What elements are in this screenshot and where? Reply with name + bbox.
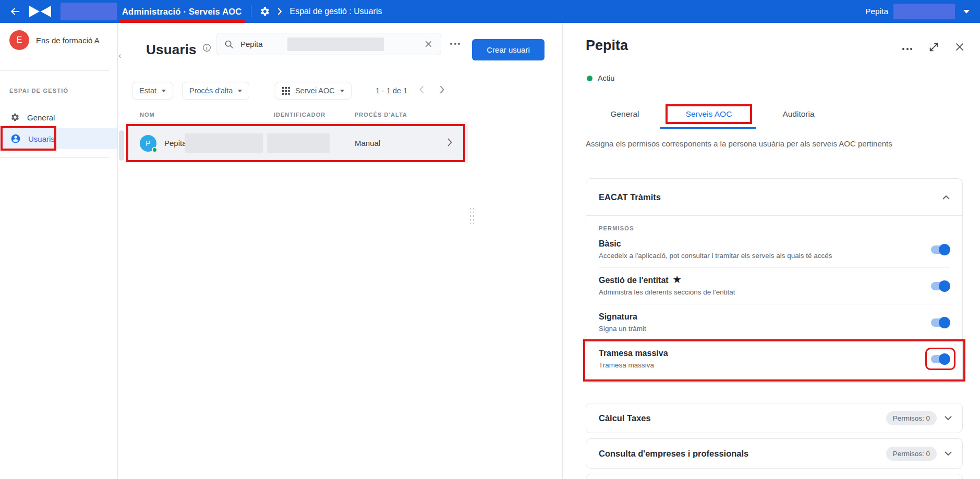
detail-more-button[interactable]: [902, 48, 912, 50]
row-alta-value: Manual: [355, 139, 380, 148]
scrollbar-thumb[interactable]: [119, 130, 124, 161]
permission-row-gestio: Gestió de l'entitat Administra les difer…: [599, 268, 950, 304]
pagination-prev-icon[interactable]: [419, 85, 424, 96]
sidebar-item-general[interactable]: General: [0, 107, 117, 128]
sidebar-section-label: ESPAI DE GESTIÓ: [9, 88, 68, 94]
gear-icon: [10, 113, 20, 122]
pagination-next-icon[interactable]: [440, 85, 445, 96]
toggle-signatura[interactable]: [931, 318, 950, 327]
detail-title: Pepita: [586, 38, 628, 54]
row-chevron-right-icon[interactable]: [447, 138, 452, 149]
search-box: [216, 33, 441, 55]
grid-icon: [282, 87, 290, 95]
pagination-info: 1 - 1 de 1: [376, 82, 407, 100]
permission-count-badge: Permisos: 0: [886, 447, 937, 461]
toggle-tramesa-massiva[interactable]: [931, 355, 950, 363]
topbar-divider: [251, 5, 251, 18]
tab-auditoria[interactable]: Auditoria: [754, 99, 843, 129]
redacted-user-block: [893, 4, 955, 19]
close-icon[interactable]: [954, 42, 965, 52]
status-green-dot: [587, 76, 592, 81]
clear-search-icon[interactable]: [424, 40, 433, 48]
user-avatar: P: [140, 135, 156, 152]
redacted-org-block: [61, 3, 117, 20]
breadcrumb-chevron-icon: [277, 8, 282, 15]
app-title: Administració · Serveis AOC: [122, 7, 241, 17]
info-icon[interactable]: [202, 43, 211, 52]
breadcrumb[interactable]: Espai de gestió : Usuaris: [289, 7, 382, 16]
chevron-down-icon: [162, 90, 166, 92]
tab-general[interactable]: General: [586, 99, 664, 129]
permissions-section-label: PERMISOS: [599, 225, 950, 231]
expand-icon[interactable]: [928, 42, 939, 53]
service-card-consulta-empreses[interactable]: Consulta d'empreses i professionals Perm…: [586, 438, 963, 469]
service-card-eacat: EACAT Tràmits PERMISOS Bàsic Accedeix a …: [586, 178, 963, 383]
star-icon: [673, 275, 681, 284]
redacted-name-block: [185, 133, 263, 153]
permission-row-basic: Bàsic Accedeix a l'aplicació, pot consul…: [599, 231, 950, 268]
toggle-gestio-entitat[interactable]: [931, 282, 950, 290]
tab-serveis-aoc[interactable]: Serveis AOC: [664, 99, 754, 129]
sidebar-divider: [0, 157, 109, 158]
filters-divider: [273, 82, 273, 100]
person-icon: [10, 133, 21, 144]
chevron-down-icon: [340, 90, 344, 92]
search-input[interactable]: [240, 40, 287, 48]
redacted-search-block: [287, 38, 384, 51]
search-icon: [224, 40, 234, 49]
chevron-down-icon[interactable]: [945, 416, 952, 421]
active-tab-underline: [660, 127, 756, 129]
chevron-down-icon: [238, 90, 242, 92]
user-menu-caret-icon[interactable]: [963, 10, 970, 14]
users-list-panel: Usuaris Crear usuari Estat Procés d'alta: [117, 23, 563, 479]
table-header: NOM IDENTIFICADOR PROCÉS D'ALTA: [126, 109, 468, 123]
user-detail-panel: Pepita Actiu General Serveis AOC Auditor…: [563, 23, 980, 479]
sidebar-item-usuaris[interactable]: Usuaris: [0, 128, 117, 149]
top-bar: Administració · Serveis AOC Espai de ges…: [0, 0, 980, 23]
org-avatar: E: [9, 30, 29, 50]
panel-resize-grip[interactable]: [469, 207, 475, 225]
chevron-down-icon[interactable]: [945, 451, 952, 456]
arrow-left-icon: [9, 6, 21, 17]
back-button[interactable]: [7, 4, 23, 19]
toggle-basic[interactable]: [931, 245, 950, 254]
permission-count-badge: Permisos: 0: [886, 411, 937, 425]
filter-servei-aoc[interactable]: Servei AOC: [275, 82, 352, 100]
filter-estat[interactable]: Estat: [132, 82, 173, 100]
filter-proces-alta[interactable]: Procés d'alta: [182, 82, 249, 100]
table-row[interactable]: P Pepita Manual: [126, 124, 468, 163]
create-user-button[interactable]: Crear usuari: [472, 39, 545, 60]
more-options-button[interactable]: [450, 43, 460, 45]
org-row[interactable]: E Ens de formació A: [9, 30, 100, 50]
service-card-partial[interactable]: [586, 474, 963, 479]
status-dot: [152, 147, 158, 153]
sidebar: E Ens de formació A ESPAI DE GESTIÓ Gene…: [0, 23, 117, 479]
panel-collapse-handle[interactable]: [118, 48, 127, 64]
permission-row-signatura: Signatura Signa un tràmit: [599, 304, 950, 341]
chevron-up-icon[interactable]: [942, 195, 950, 200]
service-card-calcul-taxes[interactable]: Càlcul Taxes Permisos: 0: [586, 403, 963, 433]
page-title: Usuaris: [146, 42, 197, 58]
user-name: Pepita: [865, 7, 888, 16]
app-logo-icon[interactable]: [28, 6, 52, 17]
status-badge: Actiu: [587, 74, 614, 82]
permission-row-tramesa-massiva: Tramesa massiva Tramesa massiva: [599, 341, 950, 377]
settings-gear-icon[interactable]: [260, 6, 270, 17]
detail-tabs: General Serveis AOC Auditoria: [563, 99, 980, 129]
annotation-underline-title: [119, 20, 245, 23]
sidebar-divider: [0, 70, 109, 71]
row-name: Pepita: [164, 139, 187, 148]
tab-description: Assigna els permisos corresponents a la …: [586, 138, 912, 150]
redacted-identifier-block: [267, 133, 330, 153]
service-card-header[interactable]: EACAT Tràmits: [586, 179, 962, 215]
